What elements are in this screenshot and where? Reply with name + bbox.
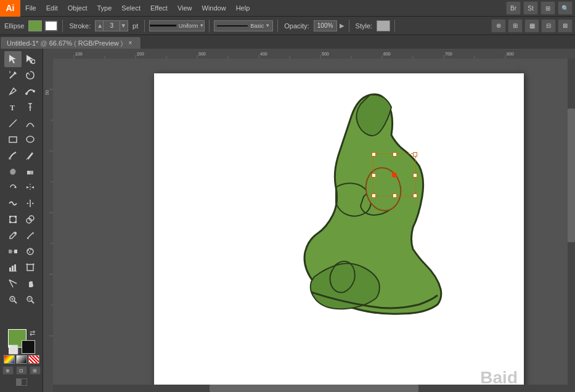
tool-artboard[interactable]	[22, 259, 39, 276]
menu-effect[interactable]: Effect	[145, 0, 173, 16]
tool-eyedropper[interactable]	[4, 227, 22, 243]
menu-edit[interactable]: Edit	[41, 0, 63, 16]
svg-line-15	[9, 120, 17, 127]
tool-rect[interactable]	[4, 131, 22, 147]
tool-graph[interactable]	[4, 259, 22, 276]
svg-rect-47	[14, 264, 16, 271]
tool-line[interactable]	[4, 115, 22, 131]
style-swatch[interactable]	[377, 20, 390, 31]
workspace-icon[interactable]: ⊞	[540, 1, 555, 15]
search-icon[interactable]: 🔍	[558, 1, 573, 15]
tool-blend[interactable]	[4, 243, 22, 259]
scroll-thumb-v[interactable]	[568, 108, 575, 242]
pathfinder-icon[interactable]: ▦	[524, 19, 539, 33]
menu-window[interactable]: Window	[197, 0, 231, 16]
toolbox: T	[0, 49, 43, 392]
tool-slice[interactable]	[4, 276, 22, 292]
stroke-swatch[interactable]	[44, 20, 58, 31]
tool-type-vertical[interactable]	[22, 99, 39, 115]
fill-swatch[interactable]	[28, 20, 42, 31]
svg-point-17	[27, 136, 34, 142]
tool-reflect[interactable]	[22, 179, 39, 195]
tool-shape-builder[interactable]	[22, 211, 39, 227]
menu-view[interactable]: View	[173, 0, 197, 16]
opacity-label: Opacity:	[282, 22, 311, 30]
svg-rect-30	[9, 221, 11, 223]
opacity-input[interactable]: 100%	[314, 20, 337, 31]
stroke-down-icon[interactable]: ▼	[120, 22, 126, 29]
scroll-thumb-h[interactable]	[210, 385, 418, 392]
bridge-icon[interactable]: Br	[506, 1, 521, 15]
tool-zoom[interactable]	[4, 292, 22, 308]
full-screen[interactable]: ⊞	[30, 366, 41, 375]
menu-items: File Edit Object Type Select Effect View…	[20, 0, 255, 16]
swatch-pair: ⬜ ⇄	[8, 329, 35, 354]
tool-blob-brush[interactable]	[4, 163, 22, 179]
stroke-width-input[interactable]: 3	[103, 20, 120, 31]
background-swatch[interactable]	[22, 340, 35, 354]
tool-zoom-out[interactable]	[22, 292, 39, 308]
panel-toggle[interactable]	[16, 378, 27, 387]
doc-tab[interactable]: Untitled-1* @ 66.67% ( RGB/Preview ) ×	[0, 36, 141, 49]
arrange-icon[interactable]: ⊟	[541, 19, 556, 33]
tool-curvature[interactable]	[22, 83, 39, 99]
tool-magic-wand[interactable]	[4, 67, 22, 83]
line-style-selector[interactable]: Basic ▼	[214, 20, 273, 31]
opacity-arrow[interactable]: ▶	[340, 22, 345, 29]
svg-line-35	[27, 232, 33, 239]
tool-lasso[interactable]	[22, 67, 39, 83]
tool-eraser[interactable]	[22, 163, 39, 179]
none-mode-btn[interactable]	[28, 355, 39, 364]
tool-arc[interactable]	[22, 115, 39, 131]
options-toolbar: Ellipse Stroke: ▲ 3 ▼ pt Uniform ▼ Basic…	[0, 17, 575, 35]
svg-rect-45	[9, 267, 11, 271]
tool-warp[interactable]	[4, 195, 22, 211]
view-options[interactable]: ⊕	[2, 366, 14, 375]
svg-point-9	[25, 92, 28, 95]
tool-type[interactable]: T	[4, 99, 22, 115]
menu-object[interactable]: Object	[63, 0, 92, 16]
doc-tab-close[interactable]: ×	[127, 39, 134, 47]
svg-text:700: 700	[445, 52, 452, 56]
svg-text:400: 400	[260, 52, 267, 56]
tool-brush[interactable]	[4, 147, 22, 163]
tool-symbol-spray[interactable]	[22, 243, 39, 259]
tool-select[interactable]	[4, 51, 22, 67]
tool-free-transform[interactable]	[4, 211, 22, 227]
scrollbar-horizontal[interactable]	[53, 385, 575, 392]
reset-colors[interactable]: ⬜	[8, 345, 18, 354]
menu-select[interactable]: Select	[116, 0, 145, 16]
menu-file[interactable]: File	[20, 0, 41, 16]
gradient-mode-btn[interactable]	[16, 355, 27, 364]
svg-point-44	[29, 251, 30, 253]
menu-help[interactable]: Help	[231, 0, 255, 16]
scrollbar-vertical[interactable]	[568, 59, 575, 392]
screen-mode[interactable]: ⊡	[16, 366, 27, 375]
svg-text:600: 600	[383, 52, 391, 56]
divider2	[144, 20, 145, 32]
distribute-icon[interactable]: ⊠	[558, 19, 573, 33]
stroke-up-icon[interactable]: ▲	[97, 22, 103, 29]
stock-icon[interactable]: St	[523, 1, 538, 15]
tool-ellipse[interactable]	[22, 131, 39, 147]
main-area: T	[0, 49, 575, 392]
line-style-label: Basic	[250, 23, 264, 29]
tool-hand[interactable]	[22, 276, 39, 292]
swap-colors[interactable]: ⇄	[30, 329, 35, 337]
transform-icon[interactable]: ⊕	[491, 19, 506, 33]
stroke-style-selector[interactable]: Uniform ▼	[149, 20, 205, 31]
svg-rect-31	[15, 221, 17, 223]
tool-rotate[interactable]	[4, 179, 22, 195]
tool-width[interactable]	[22, 195, 39, 211]
svg-text:300: 300	[198, 52, 206, 56]
align-icon[interactable]: ⊞	[508, 19, 523, 33]
tool-pen[interactable]	[4, 83, 22, 99]
stroke-line-preview	[150, 25, 176, 27]
color-mode-btn[interactable]	[4, 355, 15, 364]
tool-measure[interactable]	[22, 227, 39, 243]
menu-type[interactable]: Type	[92, 0, 117, 16]
tool-direct-select[interactable]	[22, 51, 39, 67]
shoe-illustration	[290, 86, 456, 320]
tool-pencil[interactable]	[22, 147, 39, 163]
color-swatches: ⬜ ⇄ ⊕ ⊡ ⊞	[2, 327, 41, 390]
